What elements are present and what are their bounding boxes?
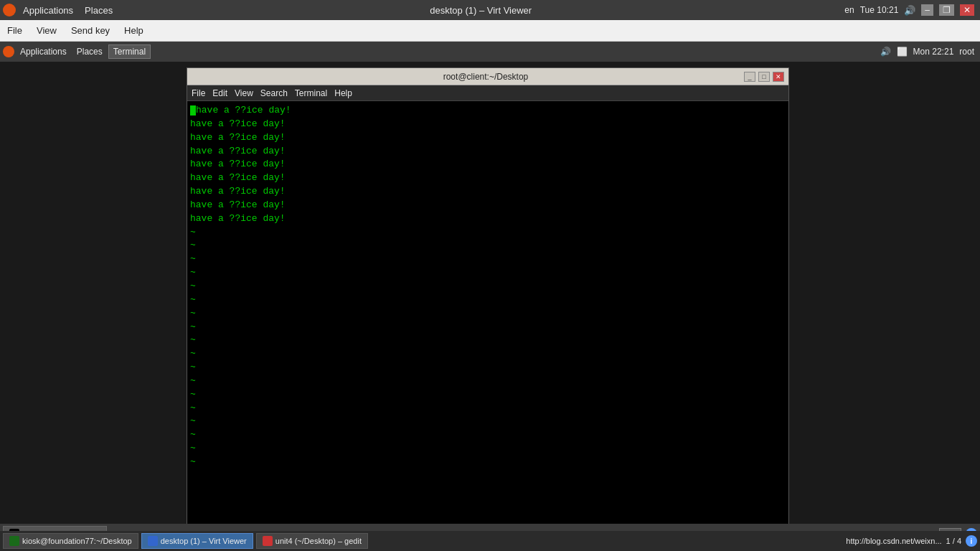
guest-user: root (959, 47, 974, 57)
guest-desktop: Applications Places Terminal 🔊 ⬜ Mon 22:… (0, 42, 980, 544)
host-viewer-icon (148, 536, 158, 546)
terminal-controls: _ □ ✕ (744, 72, 784, 82)
vv-view-menu[interactable]: View (34, 24, 60, 37)
host-bottom-left: kiosk@foundation77:~/Desktop desktop (1)… (3, 533, 368, 549)
vv-help-menu[interactable]: Help (121, 24, 146, 37)
guest-places-menu[interactable]: Places (72, 45, 107, 58)
host-window-title: desktop (1) – Virt Viewer (430, 5, 532, 16)
guest-app-icon (3, 46, 14, 57)
guest-panel: Applications Places Terminal 🔊 ⬜ Mon 22:… (0, 42, 980, 62)
terminal-window: root@client:~/Desktop _ □ ✕ File Edit Vi… (187, 67, 789, 551)
host-pager-label: 1 / 4 (946, 537, 961, 545)
virt-viewer-content: Applications Places Terminal 🔊 ⬜ Mon 22:… (0, 42, 980, 551)
host-taskbar-gedit-app[interactable]: unit4 (~/Desktop) – gedit (256, 533, 368, 549)
host-apps-icon (3, 4, 16, 17)
guest-panel-right: 🔊 ⬜ Mon 22:21 root (880, 47, 980, 57)
host-terminal-icon (9, 536, 19, 546)
term-tilde-8: ~ (190, 321, 786, 334)
host-info-btn[interactable]: i (966, 535, 977, 547)
guest-time: Mon 22:21 (913, 47, 954, 57)
host-gedit-icon (263, 536, 273, 546)
guest-terminal-tab[interactable]: Terminal (108, 44, 151, 59)
volume-icon[interactable]: 🔊 (904, 5, 915, 16)
term-line-6: have a ??ice day! (190, 171, 786, 185)
term-line-4: have a ??ice day! (190, 145, 786, 159)
terminal-minimize-btn[interactable]: _ (744, 72, 755, 82)
term-tilde-10: ~ (190, 347, 786, 361)
term-tilde-5: ~ (190, 280, 786, 293)
term-terminal-menu[interactable]: Terminal (295, 88, 327, 98)
term-line-9: have a ??ice day! (190, 212, 786, 226)
terminal-menubar: File Edit View Search Terminal Help (187, 85, 788, 101)
terminal-titlebar: root@client:~/Desktop _ □ ✕ (187, 68, 788, 85)
host-bottom-right: http://blog.csdn.net/weixn... 1 / 4 i (846, 535, 977, 547)
host-lang: en (844, 5, 854, 15)
guest-applications-menu[interactable]: Applications (16, 45, 71, 58)
host-taskbar-terminal-app[interactable]: kiosk@foundation77:~/Desktop (3, 533, 138, 549)
term-tilde-2: ~ (190, 239, 786, 253)
host-window-title-area: desktop (1) – Virt Viewer (117, 5, 844, 16)
host-time: Tue 10:21 (860, 5, 899, 15)
term-tilde-15: ~ (190, 415, 786, 428)
term-tilde-11: ~ (190, 361, 786, 375)
host-close-btn[interactable]: ✕ (960, 4, 974, 16)
term-tilde-12: ~ (190, 375, 786, 388)
term-search-menu[interactable]: Search (260, 88, 288, 98)
host-url-label: http://blog.csdn.net/weixn... (846, 537, 941, 545)
host-taskbar: Applications Places desktop (1) – Virt V… (0, 0, 980, 20)
term-tilde-6: ~ (190, 293, 786, 307)
terminal-maximize-btn[interactable]: □ (758, 72, 770, 82)
host-taskbar-left: Applications Places (0, 4, 117, 17)
host-places-menu[interactable]: Places (80, 4, 117, 17)
virt-viewer-menubar: File View Send key Help (0, 20, 980, 42)
term-view-menu[interactable]: View (235, 88, 253, 98)
term-tilde-13: ~ (190, 388, 786, 402)
term-tilde-17: ~ (190, 442, 786, 456)
host-applications-menu[interactable]: Applications (19, 4, 77, 17)
term-tilde-18: ~ (190, 456, 786, 469)
term-line-2: have a ??ice day! (190, 118, 786, 131)
guest-display-icon[interactable]: ⬜ (897, 47, 908, 57)
term-tilde-9: ~ (190, 334, 786, 347)
term-file-menu[interactable]: File (192, 88, 205, 98)
term-line-1: have a ??ice day! (190, 104, 786, 118)
term-line-3: have a ??ice day! (190, 131, 786, 145)
host-taskbar-right: en Tue 10:21 🔊 – ❐ ✕ (844, 4, 980, 16)
term-help-menu[interactable]: Help (334, 88, 352, 98)
vv-file-menu[interactable]: File (4, 24, 25, 37)
terminal-title: root@client:~/Desktop (227, 72, 744, 82)
term-edit-menu[interactable]: Edit (212, 88, 227, 98)
term-line-5: have a ??ice day! (190, 158, 786, 171)
terminal-body[interactable]: have a ??ice day! have a ??ice day! have… (187, 101, 788, 551)
term-tilde-16: ~ (190, 428, 786, 442)
host-pager[interactable]: 1 / 4 (946, 537, 961, 545)
term-tilde-4: ~ (190, 266, 786, 280)
host-viewer-label: desktop (1) – Virt Viewer (161, 537, 247, 545)
host-minimize-btn[interactable]: – (921, 4, 933, 16)
guest-panel-left: Applications Places Terminal (0, 44, 151, 59)
term-tilde-1: ~ (190, 226, 786, 240)
host-gedit-label: unit4 (~/Desktop) – gedit (275, 537, 362, 545)
term-tilde-7: ~ (190, 307, 786, 321)
guest-volume-icon[interactable]: 🔊 (880, 47, 891, 57)
host-restore-btn[interactable]: ❐ (939, 4, 954, 16)
terminal-close-btn[interactable]: ✕ (773, 72, 784, 82)
host-terminal-label: kiosk@foundation77:~/Desktop (22, 537, 132, 545)
virt-viewer-window: File View Send key Help Applications Pla… (0, 20, 980, 551)
host-bottom-taskbar: kiosk@foundation77:~/Desktop desktop (1)… (0, 531, 980, 551)
cursor (190, 105, 196, 116)
vv-sendkey-menu[interactable]: Send key (68, 24, 113, 37)
term-line-7: have a ??ice day! (190, 185, 786, 199)
term-tilde-14: ~ (190, 402, 786, 415)
term-line-8: have a ??ice day! (190, 199, 786, 212)
term-tilde-3: ~ (190, 253, 786, 266)
host-taskbar-viewer-app[interactable]: desktop (1) – Virt Viewer (141, 533, 253, 549)
